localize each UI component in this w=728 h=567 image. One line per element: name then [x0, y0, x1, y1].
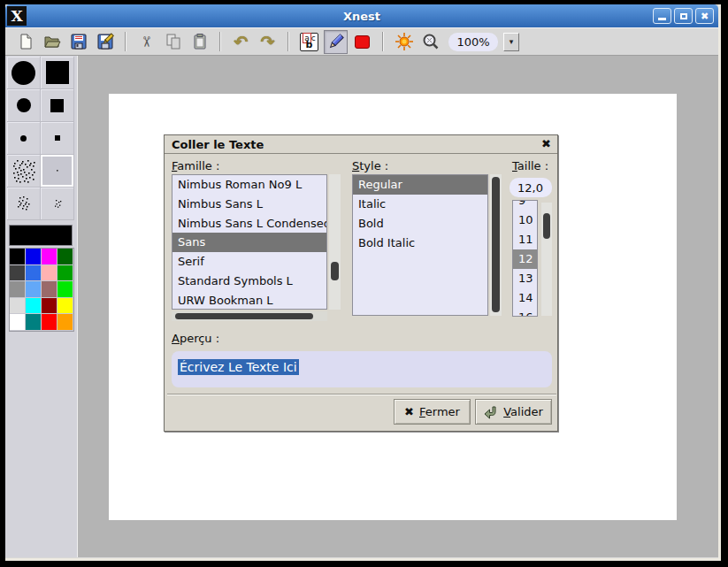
preview-textbox[interactable]: Écrivez Le Texte Ici — [172, 351, 552, 387]
new-button[interactable] — [13, 30, 37, 54]
family-item[interactable]: Standard Symbols L — [172, 272, 326, 291]
famille-label: Famille : — [172, 159, 219, 172]
size-item-selected[interactable]: 12 — [513, 249, 537, 269]
fermer-button[interactable]: ✖ Fermer — [394, 399, 471, 425]
tool-spray-medium[interactable] — [7, 188, 41, 220]
eraser-tool-button[interactable] — [350, 30, 374, 54]
pencil-tool-button[interactable] — [324, 30, 348, 54]
style-item[interactable]: Bold Italic — [353, 234, 487, 253]
open-button[interactable] — [40, 30, 64, 54]
palette-swatch[interactable] — [26, 281, 42, 298]
family-item[interactable]: URW Bookman L — [172, 291, 326, 310]
dialog-title: Coller le Texte — [172, 138, 264, 151]
palette-swatch[interactable] — [42, 298, 57, 315]
toolbar-separator — [125, 32, 126, 51]
size-item[interactable]: 16 — [513, 308, 537, 317]
palette-swatch[interactable] — [10, 281, 26, 298]
palette-swatch[interactable] — [26, 298, 42, 315]
brightness-button[interactable] — [392, 30, 416, 54]
style-item[interactable]: Bold — [353, 214, 487, 234]
family-item-selected[interactable]: Sans — [172, 233, 326, 252]
square-small-icon — [55, 135, 60, 141]
palette-swatch[interactable] — [26, 314, 42, 331]
dialog-titlebar[interactable]: Coller le Texte — [165, 135, 557, 154]
size-list[interactable]: 9 10 11 12 13 14 16 — [512, 200, 538, 317]
tool-circle-large[interactable] — [7, 57, 41, 89]
zoom-level-dropdown[interactable]: ▾ — [503, 33, 519, 51]
style-list[interactable]: Regular Italic Bold Bold Italic — [352, 174, 488, 316]
family-vscroll-thumb[interactable] — [331, 262, 339, 280]
size-entry[interactable]: 12,0 — [510, 178, 552, 197]
undo-button[interactable]: ↶ — [229, 30, 253, 54]
tool-spray-dense[interactable] — [7, 155, 41, 188]
undo-icon: ↶ — [234, 32, 249, 51]
family-item[interactable]: Nimbus Roman No9 L — [172, 175, 326, 195]
family-vscrollbar[interactable] — [329, 174, 341, 310]
style-vscroll-thumb[interactable] — [492, 177, 500, 312]
zoom-level-value[interactable]: 100% — [448, 33, 498, 51]
save-button[interactable] — [66, 30, 90, 54]
open-folder-icon — [43, 33, 61, 50]
palette-swatch[interactable] — [57, 281, 73, 298]
magnifier-icon — [422, 33, 440, 50]
tool-spray-small[interactable] — [41, 188, 74, 220]
family-list[interactable]: Nimbus Roman No9 L Nimbus Sans L Nimbus … — [172, 174, 327, 310]
text-tool-button[interactable]: ac b — [297, 30, 321, 54]
window-titlebar[interactable]: X Xnest ✖ — [5, 4, 718, 27]
family-item[interactable]: Serif — [172, 252, 326, 272]
family-hscroll-thumb[interactable] — [175, 313, 313, 319]
spray-medium-icon — [15, 195, 33, 212]
tool-spray-fine[interactable] — [41, 155, 74, 188]
family-item[interactable]: Nimbus Sans L Condensed — [172, 214, 326, 234]
palette-swatch[interactable] — [42, 314, 57, 331]
size-item[interactable]: 13 — [513, 269, 537, 288]
palette-swatch[interactable] — [42, 265, 57, 282]
palette-swatch[interactable] — [10, 314, 26, 331]
palette-swatch[interactable] — [26, 265, 42, 282]
family-item[interactable]: Nimbus Sans L — [172, 195, 326, 214]
size-vscroll-thumb[interactable] — [543, 213, 550, 239]
current-color-swatch[interactable] — [9, 225, 73, 246]
valider-button[interactable]: Valider — [475, 399, 552, 425]
tool-square-medium[interactable] — [41, 89, 74, 122]
family-hscrollbar[interactable] — [172, 311, 327, 321]
redo-button[interactable]: ↷ — [256, 30, 280, 54]
dialog-close-icon[interactable]: ✖ — [541, 137, 551, 150]
tool-square-small[interactable] — [41, 122, 74, 155]
save-floppy-icon — [70, 33, 88, 50]
size-vscrollbar[interactable] — [541, 203, 552, 316]
size-item[interactable]: 9 — [513, 200, 537, 211]
close-button[interactable]: ✖ — [695, 8, 714, 24]
cut-button[interactable]: ✂ — [134, 30, 158, 54]
zoom-fit-button[interactable] — [418, 30, 442, 54]
workspace-background: Coller le Texte ✖ Famille : Style : Tail… — [5, 56, 718, 557]
palette-swatch[interactable] — [42, 281, 57, 298]
palette-swatch[interactable] — [57, 249, 73, 265]
maximize-button[interactable] — [674, 8, 693, 24]
paste-button[interactable] — [188, 30, 211, 54]
tool-circle-medium[interactable] — [7, 89, 41, 122]
style-item-selected[interactable]: Regular — [353, 175, 487, 195]
style-vscrollbar[interactable] — [490, 174, 502, 316]
save-as-button[interactable] — [93, 30, 117, 54]
style-item[interactable]: Italic — [353, 195, 487, 214]
square-medium-icon — [50, 99, 64, 112]
circle-large-icon — [11, 61, 35, 85]
palette-swatch[interactable] — [57, 265, 73, 282]
square-large-icon — [46, 61, 69, 84]
size-item[interactable]: 11 — [513, 230, 537, 249]
validate-arrow-icon — [484, 405, 498, 419]
palette-swatch[interactable] — [10, 265, 26, 282]
palette-swatch[interactable] — [10, 249, 26, 265]
palette-swatch[interactable] — [26, 249, 42, 265]
palette-swatch[interactable] — [57, 314, 73, 331]
size-item[interactable]: 14 — [513, 288, 537, 308]
tool-circle-small[interactable] — [7, 122, 41, 155]
size-item[interactable]: 10 — [513, 211, 537, 230]
palette-swatch[interactable] — [10, 298, 26, 315]
minimize-button[interactable] — [653, 8, 671, 24]
palette-swatch[interactable] — [57, 298, 73, 315]
tool-square-large[interactable] — [41, 57, 74, 89]
copy-button[interactable] — [161, 30, 185, 54]
palette-swatch[interactable] — [42, 249, 57, 265]
